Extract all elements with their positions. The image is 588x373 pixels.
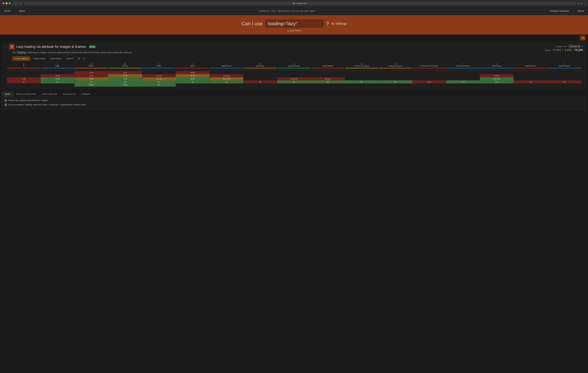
version-cell (176, 83, 210, 87)
browser-underline (311, 68, 344, 68)
version-cell (446, 74, 480, 77)
browser-name: Firefox (89, 65, 94, 67)
version-cell: 3.1-13 (142, 74, 176, 77)
version-cell: 12.12 (412, 80, 446, 83)
browser-header-safari-on-ios: Safari on iOS (210, 63, 243, 69)
bottom-tab-feedback[interactable]: Feedback (79, 91, 93, 97)
results-count: 1 result found (287, 29, 301, 32)
version-cell: 3.2-13.3 (210, 74, 243, 77)
version-cell: 92 (378, 80, 412, 83)
version-cell: 4-11.2 (480, 74, 514, 77)
badge-ls: # · LS (89, 46, 95, 48)
version-cell (514, 83, 547, 87)
nav-compare[interactable]: Compare browsers (545, 7, 573, 15)
traffic-lights (2, 2, 11, 4)
nav-about[interactable]: About (573, 7, 588, 15)
nav-arrows: ‹ › (13, 2, 23, 5)
browser-header-kaios-browser: KaiOS Browser (547, 63, 581, 69)
forward-button[interactable]: › (18, 2, 23, 5)
version-cell (243, 83, 277, 87)
version-cell: 10-60 (176, 71, 210, 74)
tab-usage-relative[interactable]: Usage relative (31, 56, 48, 61)
bottom-tab-notes[interactable]: Notes (2, 91, 13, 97)
url-text: caniuse.com (296, 2, 307, 4)
usage-green-value: 71.84% (553, 49, 561, 51)
version-cell (412, 71, 446, 74)
filter-button[interactable]: ▼ (580, 36, 586, 40)
bottom-tab-resources[interactable]: Resources (7) (60, 91, 78, 97)
version-cell: 79-94 (41, 77, 74, 80)
version-cell: 64 (311, 80, 345, 83)
version-cell (311, 74, 345, 77)
bottom-tab-test[interactable]: Test on a real browser (13, 91, 39, 97)
browser-name: Samsung Internet (456, 65, 470, 67)
usage-eq: = (572, 49, 574, 51)
nav-news[interactable]: News (15, 7, 29, 15)
bottom-tab-known[interactable]: Known issues (0) (39, 91, 60, 97)
share-icon[interactable]: ⬆ (578, 2, 579, 5)
gear-icon: ⚙ (331, 22, 334, 25)
add-tab-icon[interactable]: + (584, 2, 586, 5)
fullscreen-button[interactable] (9, 2, 11, 4)
version-cell: 11 (7, 80, 41, 83)
note-text: Firefox only supports lazy loading for i… (8, 99, 48, 102)
version-cell (7, 83, 41, 87)
browser-dot (23, 64, 24, 64)
tab-date-relative[interactable]: Date relative (48, 56, 64, 61)
version-cell: 12-18 (41, 74, 74, 77)
hash-badge: # (9, 44, 14, 49)
usage-selector[interactable]: all users (568, 45, 580, 48)
note-number: 2 (4, 103, 7, 106)
version-cell (412, 83, 446, 87)
browser-name: Android Browser (288, 65, 300, 67)
browser-dot (530, 64, 531, 64)
browser-header-edge: Edge (41, 63, 74, 69)
grid-icon[interactable]: ⊞ (581, 2, 583, 5)
tab-filtered[interactable]: Filtered (64, 56, 75, 61)
version-cell (378, 77, 412, 80)
settings-button[interactable]: ⚙ Settings (331, 22, 346, 25)
feature-header: ☆ # Lazy loading via attribute for image… (5, 44, 545, 49)
version-cell (345, 71, 378, 74)
version-cell (345, 83, 378, 87)
version-cell (547, 74, 581, 77)
version-cell (7, 74, 41, 77)
close-button[interactable] (2, 2, 4, 4)
star-button[interactable]: ☆ (5, 45, 7, 49)
browser-underline (75, 68, 108, 68)
address-bar[interactable]: 🔒 caniuse.com (24, 1, 576, 5)
version-cell (277, 83, 311, 87)
version-cell: 13.4-14.82 (210, 77, 243, 80)
minimize-button[interactable] (6, 2, 8, 4)
tab-settings-icon[interactable]: ⚙ (82, 56, 85, 61)
version-cell (412, 74, 446, 77)
browser-name: Safari (157, 65, 161, 67)
feature-badges: # · LS (89, 46, 95, 48)
version-cell: 95 (345, 80, 378, 83)
browser-underline (142, 68, 175, 68)
version-cell: 2-74 (74, 71, 108, 74)
search-input[interactable] (265, 20, 324, 28)
browser-header-qq-browser: QQ Browser (480, 63, 514, 69)
nav-home[interactable]: Home (0, 7, 15, 15)
tab-all[interactable]: All (75, 56, 82, 61)
browser-dot (125, 64, 126, 64)
browser-dot (57, 64, 58, 64)
version-cell (142, 71, 176, 74)
note-item: 1Firefox only supports lazy loading for … (4, 99, 584, 102)
tab-current-aligned[interactable]: Current aligned (12, 56, 31, 61)
browser-name: Opera (190, 65, 195, 67)
version-cell (547, 71, 581, 74)
browser-header-baidu-browser: Baidu Browser (514, 63, 547, 69)
usage-help-icon[interactable]: ? (582, 45, 583, 48)
browser-header-chrome-for-android: Chrome for Android (345, 63, 378, 69)
version-cell: all (243, 80, 277, 83)
version-row: 95-9697-99TP (7, 83, 581, 87)
browser-name: KaiOS Browser (558, 65, 570, 67)
alignment-tabs: Current alignedUsage relativeDate relati… (12, 56, 576, 61)
version-cell (446, 71, 480, 74)
back-button[interactable]: ‹ (13, 2, 18, 5)
browser-name: Firefox for Android (388, 65, 402, 67)
browser-name: Edge (55, 65, 59, 67)
browser-dot (158, 64, 159, 64)
